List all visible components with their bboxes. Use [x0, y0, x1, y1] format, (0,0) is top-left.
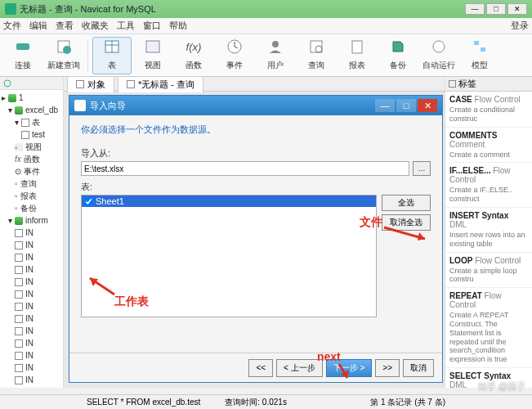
- browse-button[interactable]: …: [413, 161, 431, 176]
- svg-point-10: [272, 41, 279, 47]
- svg-rect-16: [481, 47, 485, 52]
- menu-tools[interactable]: 工具: [117, 20, 135, 32]
- snippet-item[interactable]: COMMENTS CommentCreate a comment: [445, 128, 532, 164]
- menu-fav[interactable]: 收藏夹: [82, 20, 109, 32]
- tree-in-item[interactable]: IN: [2, 300, 61, 312]
- new-query-button[interactable]: 新建查询: [44, 37, 83, 74]
- tab-objects[interactable]: 对象: [67, 76, 114, 92]
- app-icon: [5, 3, 16, 15]
- sheet-checkbox[interactable]: [84, 197, 93, 206]
- tree-backups[interactable]: ▫备份: [2, 202, 61, 214]
- tree-in-item[interactable]: IN: [2, 325, 61, 337]
- menu-view[interactable]: 查看: [56, 20, 74, 32]
- dialog-min-icon[interactable]: —: [375, 99, 395, 112]
- report-button[interactable]: 报表: [338, 37, 377, 74]
- dialog-title-bar[interactable]: 导入向导 — □ ✕: [69, 96, 442, 115]
- tree-in-item[interactable]: IN: [2, 263, 61, 276]
- query-button[interactable]: 查询: [297, 37, 336, 74]
- refresh-icon[interactable]: [3, 79, 11, 88]
- file-path-input[interactable]: [81, 161, 409, 176]
- main-area: ▸1 ▾excel_db ▾表 test ▫视图 fx函数 ⊙事件 ▫查询 ▫报…: [0, 77, 532, 388]
- backup-button[interactable]: 备份: [378, 37, 418, 74]
- tree-in-item[interactable]: IN: [2, 337, 61, 349]
- menu-window[interactable]: 窗口: [143, 20, 161, 32]
- tree-in-item[interactable]: IN: [2, 227, 61, 239]
- last-button[interactable]: >>: [375, 359, 400, 377]
- right-panel: 标签 CASE Flow ControlCreate a conditional…: [445, 77, 532, 388]
- cancel-button[interactable]: 取消: [403, 359, 434, 377]
- status-time: 查询时间: 0.021s: [225, 397, 287, 408]
- tree-events[interactable]: ⊙事件: [2, 165, 61, 178]
- tree-in-item[interactable]: IN: [2, 276, 61, 288]
- menu-bar: 文件 编辑 查看 收藏夹 工具 窗口 帮助 登录: [0, 18, 532, 34]
- select-all-button[interactable]: 全选: [382, 195, 431, 211]
- sidebar: ▸1 ▾excel_db ▾表 test ▫视图 fx函数 ⊙事件 ▫查询 ▫报…: [0, 77, 64, 388]
- tree-in-item[interactable]: IN: [2, 288, 61, 300]
- maximize-icon[interactable]: □: [486, 3, 506, 15]
- tab-bar: 对象 *无标题 - 查询: [64, 77, 445, 92]
- svg-rect-6: [146, 41, 159, 52]
- tree-in-item[interactable]: IN: [2, 239, 61, 251]
- instruction-text: 你必须选择一个文件作为数据源。: [81, 124, 431, 136]
- tree-db[interactable]: ▾excel_db: [2, 104, 61, 116]
- table-label: 表:: [81, 181, 431, 193]
- model-button[interactable]: 模型: [460, 37, 499, 74]
- content-area: 对象 *无标题 - 查询 导入向导 — □ ✕ 你必须选择一个文件作为数据源。 …: [64, 77, 445, 388]
- watermark: 知乎 @情子: [478, 380, 525, 393]
- snippet-item[interactable]: IF...ELSE... Flow ControlCreate a IF..EL…: [445, 163, 532, 208]
- menu-help[interactable]: 帮助: [169, 20, 187, 32]
- tree-in-item[interactable]: IN: [2, 362, 61, 374]
- dialog-footer: << < 上一步 下一步 > >> 取消: [69, 353, 442, 382]
- svg-rect-15: [474, 41, 479, 45]
- tree-in-item[interactable]: IN: [2, 312, 61, 325]
- snippet-item[interactable]: LOOP Flow ControlCreate a simple loop co…: [445, 253, 532, 289]
- status-bar: SELECT * FROM excel_db.test 查询时间: 0.021s…: [0, 394, 532, 409]
- menu-login[interactable]: 登录: [511, 20, 529, 32]
- tab-untitled[interactable]: *无标题 - 查询: [118, 76, 203, 92]
- status-rec: 第 1 条记录 (共 7 条): [370, 397, 445, 408]
- sheet-item[interactable]: Sheet1: [82, 196, 376, 207]
- dialog-close-icon[interactable]: ✕: [418, 99, 437, 112]
- panel-tab[interactable]: 标签: [445, 77, 532, 92]
- toolbar: 连接 新建查询 表 视图 f(x)函数 事件 用户 查询 报表 备份 自动运行 …: [0, 34, 532, 77]
- tree-reports[interactable]: ▫报表: [2, 190, 61, 202]
- dialog-max-icon[interactable]: □: [396, 99, 416, 112]
- deselect-all-button[interactable]: 取消全选: [382, 214, 431, 231]
- tree-inform[interactable]: ▾inform: [2, 214, 61, 227]
- next-button[interactable]: 下一步 >: [326, 359, 373, 377]
- wizard-icon: [74, 100, 86, 111]
- tree-views[interactable]: ▫视图: [2, 141, 61, 153]
- chevron-down-icon: [449, 80, 456, 88]
- title-bar: 无标题 - 查询 - Navicat for MySQL — □ ✕: [0, 0, 532, 18]
- minimize-icon[interactable]: —: [465, 3, 485, 15]
- connect-button[interactable]: 连接: [3, 37, 42, 74]
- sheet-list[interactable]: Sheet1: [81, 195, 377, 317]
- tree-in-item[interactable]: IN: [2, 251, 61, 263]
- event-button[interactable]: 事件: [215, 37, 254, 74]
- function-button[interactable]: f(x)函数: [174, 37, 213, 74]
- table-button[interactable]: 表: [92, 37, 132, 74]
- import-from-label: 导入从:: [81, 147, 431, 160]
- tree-test[interactable]: test: [2, 128, 61, 141]
- svg-rect-0: [16, 43, 29, 50]
- tree-queries[interactable]: ▫查询: [2, 178, 61, 190]
- tree-tables[interactable]: ▾表: [2, 116, 61, 128]
- tree-conn[interactable]: ▸1: [2, 92, 61, 104]
- svg-point-2: [63, 46, 71, 54]
- snippet-item[interactable]: REPEAT Flow ControlCreate A REPEAT Const…: [445, 288, 532, 368]
- menu-edit[interactable]: 编辑: [29, 20, 47, 32]
- autorun-button[interactable]: 自动运行: [419, 37, 458, 74]
- close-icon[interactable]: ✕: [507, 3, 527, 15]
- tree-in-item[interactable]: IN: [2, 374, 61, 386]
- user-button[interactable]: 用户: [256, 37, 295, 74]
- prev-button[interactable]: < 上一步: [276, 359, 323, 377]
- snippet-item[interactable]: CASE Flow ControlCreate a conditional co…: [445, 92, 532, 128]
- first-button[interactable]: <<: [248, 359, 273, 377]
- snippet-item[interactable]: INSERT Syntax DMLInsert new rows into an…: [445, 208, 532, 253]
- svg-point-17: [4, 80, 11, 87]
- tree-fx[interactable]: fx函数: [2, 153, 61, 165]
- import-wizard-dialog: 导入向导 — □ ✕ 你必须选择一个文件作为数据源。 导入从: … 表:: [69, 95, 443, 383]
- view-button[interactable]: 视图: [133, 37, 172, 74]
- tree-in-item[interactable]: IN: [2, 349, 61, 362]
- menu-file[interactable]: 文件: [3, 20, 21, 32]
